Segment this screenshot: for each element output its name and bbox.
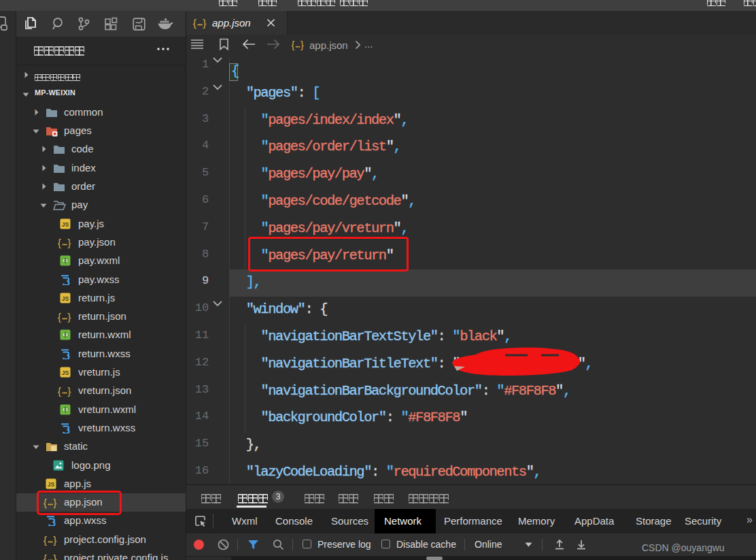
- svg-text:}: }: [53, 553, 56, 560]
- svg-text:{: {: [58, 312, 61, 323]
- svg-text:{: {: [292, 40, 295, 50]
- svg-text:{: {: [44, 553, 47, 560]
- svg-text:JS: JS: [62, 220, 69, 227]
- svg-text:}: }: [67, 237, 71, 248]
- svg-text:}: }: [67, 386, 71, 397]
- svg-text:JS: JS: [62, 295, 69, 301]
- svg-text:{: {: [193, 18, 196, 29]
- svg-text:{: {: [44, 535, 47, 546]
- svg-text:JS: JS: [62, 369, 69, 376]
- svg-text:}: }: [203, 18, 206, 29]
- svg-text:{: {: [58, 237, 61, 248]
- svg-text:}: }: [67, 312, 71, 323]
- svg-text:}: }: [53, 535, 56, 546]
- svg-text:{: {: [58, 386, 61, 397]
- svg-text:JS: JS: [48, 480, 55, 487]
- svg-text:}: }: [300, 40, 304, 50]
